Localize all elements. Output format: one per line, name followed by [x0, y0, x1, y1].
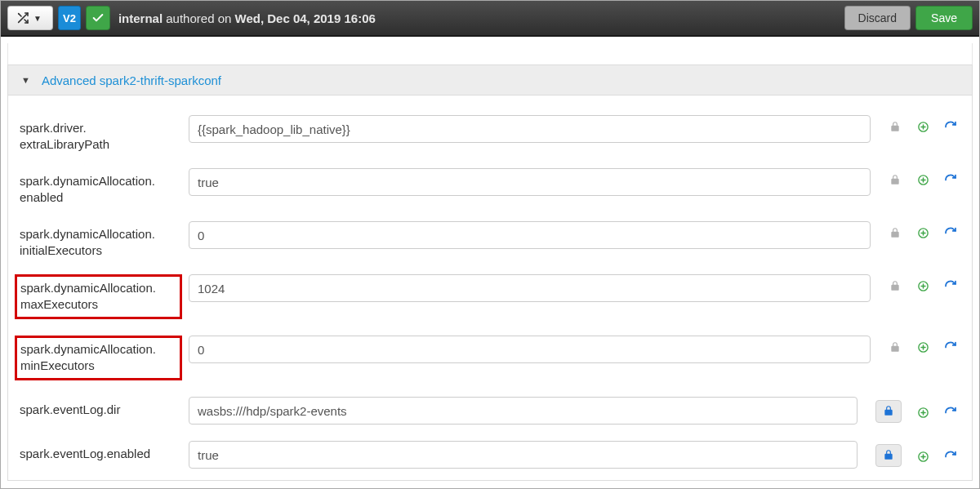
property-input[interactable] — [189, 168, 871, 196]
add-icon[interactable] — [916, 450, 929, 463]
property-input[interactable] — [189, 274, 871, 302]
property-label: spark.dynamicAllocation.initialExecutors — [15, 221, 182, 258]
property-actions — [877, 221, 965, 239]
author-date: Wed, Dec 04, 2019 16:06 — [235, 11, 376, 25]
property-input[interactable] — [189, 115, 871, 143]
lock-button[interactable] — [875, 400, 902, 423]
property-row: spark.dynamicAllocation.initialExecutors — [15, 213, 965, 266]
lock-icon — [882, 404, 895, 417]
panel-body: spark.driver.extraLibraryPathspark.dynam… — [7, 96, 973, 481]
author-mid: authored on — [163, 11, 234, 25]
property-label: spark.eventLog.enabled — [15, 441, 182, 462]
property-label: spark.driver.extraLibraryPath — [15, 115, 182, 152]
lock-icon[interactable] — [889, 340, 902, 353]
property-label: spark.eventLog.dir — [15, 397, 182, 418]
refresh-icon[interactable] — [944, 226, 957, 239]
shuffle-icon — [16, 11, 29, 24]
lock-icon — [882, 448, 895, 461]
property-actions — [864, 441, 965, 467]
property-input[interactable] — [189, 441, 858, 469]
refresh-icon[interactable] — [944, 340, 957, 353]
caret-down-icon: ▼ — [31, 11, 44, 24]
check-icon — [91, 11, 105, 24]
add-icon[interactable] — [916, 279, 929, 292]
version-badge[interactable]: V2 — [58, 6, 81, 30]
property-actions — [877, 115, 965, 133]
add-icon[interactable] — [916, 226, 929, 239]
property-label: spark.dynamicAllocation.minExecutors — [15, 336, 182, 380]
author-text: internal authored on Wed, Dec 04, 2019 1… — [118, 11, 376, 25]
property-input[interactable] — [189, 397, 858, 425]
lock-icon[interactable] — [889, 279, 902, 292]
add-icon[interactable] — [916, 406, 929, 419]
add-icon[interactable] — [916, 173, 929, 186]
add-icon[interactable] — [916, 120, 929, 133]
property-row: spark.dynamicAllocation.enabled — [15, 160, 965, 213]
lock-icon[interactable] — [889, 226, 902, 239]
property-actions — [864, 397, 965, 423]
current-version-check-button[interactable] — [86, 6, 110, 30]
lock-icon[interactable] — [889, 173, 902, 186]
panel-title-link[interactable]: Advanced spark2-thrift-sparkconf — [42, 73, 221, 87]
property-label: spark.dynamicAllocation.maxExecutors — [15, 274, 182, 319]
property-row: spark.dynamicAllocation.minExecutors — [15, 327, 965, 389]
topbar: ▼ V2 internal authored on Wed, Dec 04, 2… — [1, 1, 979, 37]
lock-button[interactable] — [875, 444, 902, 467]
panel-header[interactable]: ▼ Advanced spark2-thrift-sparkconf — [7, 64, 973, 96]
refresh-icon[interactable] — [944, 450, 957, 463]
refresh-icon[interactable] — [944, 120, 957, 133]
config-panel: ▼ Advanced spark2-thrift-sparkconf spark… — [1, 37, 979, 487]
property-actions — [877, 274, 965, 292]
refresh-icon[interactable] — [944, 173, 957, 186]
refresh-icon[interactable] — [944, 406, 957, 419]
property-actions — [877, 336, 965, 353]
caret-down-icon: ▼ — [21, 75, 30, 85]
property-label: spark.dynamicAllocation.enabled — [15, 168, 182, 205]
add-icon[interactable] — [916, 340, 929, 353]
property-row: spark.eventLog.enabled — [15, 433, 965, 477]
compare-versions-button[interactable]: ▼ — [7, 6, 53, 30]
discard-button[interactable]: Discard — [844, 6, 911, 30]
property-row: spark.eventLog.dir — [15, 389, 965, 433]
property-actions — [877, 168, 965, 186]
property-row: spark.driver.extraLibraryPath — [15, 107, 965, 160]
lock-icon[interactable] — [889, 120, 902, 133]
property-row: spark.dynamicAllocation.maxExecutors — [15, 266, 965, 327]
author-name: internal — [118, 11, 163, 25]
property-input[interactable] — [189, 336, 871, 363]
property-input[interactable] — [189, 221, 871, 249]
svg-line-2 — [19, 14, 21, 16]
refresh-icon[interactable] — [944, 279, 957, 292]
save-button[interactable]: Save — [915, 6, 973, 30]
